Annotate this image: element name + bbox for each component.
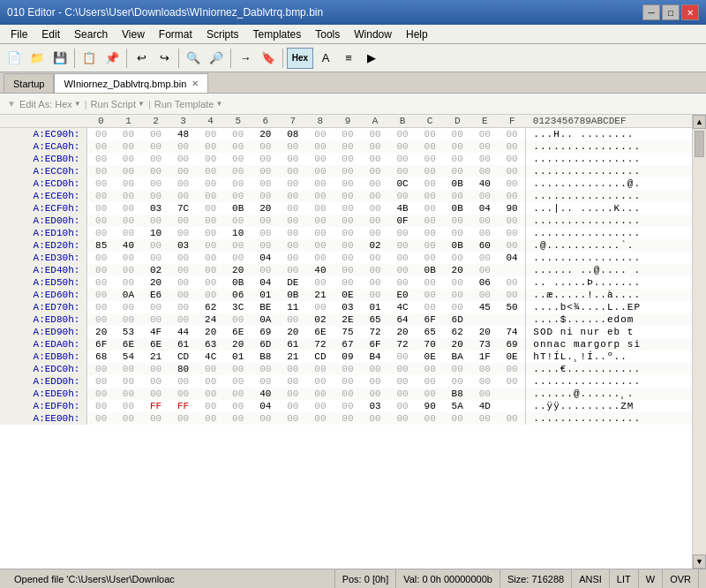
- byte-cell[interactable]: 00: [115, 177, 142, 190]
- minimize-button[interactable]: ─: [642, 4, 660, 20]
- byte-cell[interactable]: 00: [444, 289, 471, 301]
- byte-cell[interactable]: 00: [417, 128, 444, 141]
- byte-cell[interactable]: 40: [471, 177, 499, 190]
- byte-cell[interactable]: 45: [471, 301, 499, 313]
- byte-cell[interactable]: 00: [87, 128, 115, 141]
- script-button[interactable]: ≡: [338, 48, 359, 69]
- byte-cell[interactable]: 00: [444, 140, 471, 153]
- byte-cell[interactable]: 65: [361, 313, 388, 326]
- menu-search[interactable]: Search: [67, 26, 115, 42]
- byte-cell[interactable]: 00: [334, 140, 361, 153]
- byte-cell[interactable]: 00: [115, 313, 142, 326]
- byte-cell[interactable]: 00: [169, 165, 197, 177]
- byte-cell[interactable]: 00: [471, 363, 499, 375]
- byte-cell[interactable]: 00: [197, 140, 224, 153]
- byte-cell[interactable]: 0B: [444, 177, 471, 190]
- byte-cell[interactable]: 64: [389, 313, 417, 326]
- scroll-track[interactable]: [693, 129, 706, 554]
- menu-help[interactable]: Help: [399, 26, 435, 42]
- table-row[interactable]: A:ED90h:20534F44206E69206E75722065622074…: [0, 326, 692, 338]
- byte-cell[interactable]: 90: [499, 202, 526, 215]
- byte-cell[interactable]: 00: [87, 412, 115, 425]
- byte-cell[interactable]: 00: [306, 153, 334, 165]
- byte-cell[interactable]: 00: [417, 289, 444, 301]
- byte-cell[interactable]: 00: [252, 190, 279, 202]
- byte-cell[interactable]: 00: [87, 177, 115, 190]
- byte-cell[interactable]: 00: [279, 363, 306, 375]
- byte-cell[interactable]: 0A: [252, 313, 279, 326]
- table-row[interactable]: A:ED60h:000AE6000006010B210E00E000000000…: [0, 289, 692, 301]
- byte-cell[interactable]: 00: [197, 412, 224, 425]
- byte-cell[interactable]: 00: [361, 190, 388, 202]
- menu-tools[interactable]: Tools: [308, 26, 347, 42]
- byte-cell[interactable]: 00: [197, 202, 224, 215]
- byte-cell[interactable]: 48: [169, 128, 197, 141]
- byte-cell[interactable]: 00: [197, 177, 224, 190]
- byte-cell[interactable]: 00: [471, 215, 499, 227]
- byte-cell[interactable]: 00: [115, 375, 142, 388]
- byte-cell[interactable]: 06: [224, 289, 252, 301]
- byte-cell[interactable]: 67: [334, 338, 361, 351]
- byte-cell[interactable]: 04: [252, 276, 279, 289]
- byte-cell[interactable]: 20: [279, 326, 306, 338]
- byte-cell[interactable]: 00: [306, 276, 334, 289]
- byte-cell[interactable]: 00: [169, 301, 197, 313]
- byte-cell[interactable]: 72: [306, 338, 334, 351]
- byte-cell[interactable]: 20: [389, 326, 417, 338]
- byte-cell[interactable]: 00: [334, 215, 361, 227]
- menu-format[interactable]: Format: [152, 26, 199, 42]
- byte-cell[interactable]: 4C: [197, 351, 224, 363]
- byte-cell[interactable]: 09: [334, 351, 361, 363]
- byte-cell[interactable]: 00: [142, 375, 169, 388]
- byte-cell[interactable]: 00: [306, 215, 334, 227]
- byte-cell[interactable]: 00: [499, 289, 526, 301]
- byte-cell[interactable]: 00: [169, 313, 197, 326]
- byte-cell[interactable]: 00: [361, 202, 388, 215]
- byte-cell[interactable]: 69: [499, 338, 526, 351]
- table-row[interactable]: A:EDF0h:0000FFFF0000040000000300905A4D..…: [0, 400, 692, 412]
- byte-cell[interactable]: 3C: [224, 301, 252, 313]
- byte-cell[interactable]: 10: [142, 227, 169, 239]
- copy-button[interactable]: 📋: [79, 48, 100, 69]
- byte-cell[interactable]: 20: [224, 264, 252, 276]
- byte-cell[interactable]: 00: [142, 363, 169, 375]
- byte-cell[interactable]: 03: [142, 202, 169, 215]
- byte-cell[interactable]: 00: [169, 177, 197, 190]
- byte-cell[interactable]: 00: [361, 289, 388, 301]
- menu-edit[interactable]: Edit: [34, 26, 67, 42]
- byte-cell[interactable]: 04: [471, 202, 499, 215]
- byte-cell[interactable]: 00: [252, 153, 279, 165]
- byte-cell[interactable]: 00: [279, 239, 306, 252]
- byte-cell[interactable]: 0B: [444, 239, 471, 252]
- byte-cell[interactable]: 00: [252, 140, 279, 153]
- byte-cell[interactable]: 00: [334, 177, 361, 190]
- tab-startup[interactable]: Startup: [4, 73, 54, 93]
- byte-cell[interactable]: 00: [279, 252, 306, 264]
- byte-cell[interactable]: 00: [471, 140, 499, 153]
- byte-cell[interactable]: 00: [197, 215, 224, 227]
- new-button[interactable]: 📄: [4, 48, 25, 69]
- byte-cell[interactable]: 00: [197, 128, 224, 141]
- byte-cell[interactable]: 00: [224, 128, 252, 141]
- byte-cell[interactable]: 00: [444, 128, 471, 141]
- byte-cell[interactable]: 00: [417, 412, 444, 425]
- byte-cell[interactable]: 44: [169, 326, 197, 338]
- byte-cell[interactable]: 00: [389, 388, 417, 400]
- byte-cell[interactable]: 00: [197, 264, 224, 276]
- hex-view-button[interactable]: Hex: [287, 48, 313, 69]
- byte-cell[interactable]: 00: [444, 153, 471, 165]
- byte-cell[interactable]: 00: [389, 227, 417, 239]
- byte-cell[interactable]: 20: [252, 202, 279, 215]
- byte-cell[interactable]: 00: [306, 388, 334, 400]
- byte-cell[interactable]: 0C: [389, 177, 417, 190]
- byte-cell[interactable]: 00: [252, 375, 279, 388]
- byte-cell[interactable]: 20: [142, 276, 169, 289]
- byte-cell[interactable]: 00: [115, 276, 142, 289]
- table-row[interactable]: A:ECD0h:00000000000000000000000C000B4000…: [0, 177, 692, 190]
- byte-cell[interactable]: 00: [471, 190, 499, 202]
- byte-cell[interactable]: 00: [471, 289, 499, 301]
- byte-cell[interactable]: 0B: [417, 264, 444, 276]
- byte-cell[interactable]: 00: [389, 128, 417, 141]
- byte-cell[interactable]: 00: [87, 190, 115, 202]
- byte-cell[interactable]: 50: [499, 301, 526, 313]
